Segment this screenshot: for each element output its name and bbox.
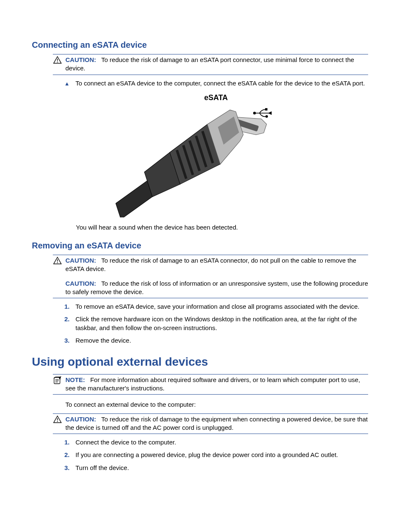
step-row: 3. Turn off the device.	[57, 464, 368, 472]
note-icon	[53, 376, 62, 385]
caution-body: To reduce the risk of damage to an eSATA…	[65, 257, 356, 272]
step-row: 2. Click the remove hardware icon on the…	[57, 315, 368, 332]
step-text: If you are connecting a powered device, …	[75, 451, 368, 459]
caution-second: CAUTION: To reduce the risk of loss of i…	[65, 279, 368, 297]
caution-text-1: CAUTION: To reduce the risk of damage to…	[65, 56, 368, 73]
svg-point-14	[57, 262, 58, 263]
svg-rect-4	[265, 108, 267, 110]
heading-connecting-esata: Connecting an eSATA device	[32, 39, 368, 51]
post-figure-text: You will hear a sound when the device ha…	[76, 223, 368, 232]
caution-block-2: CAUTION: To reduce the risk of damage to…	[53, 255, 368, 298]
step-text: Click the remove hardware icon on the Wi…	[75, 315, 368, 332]
step-row: 3. Remove the device.	[57, 336, 368, 345]
caution-body: To reduce the risk of damage to the equi…	[65, 416, 368, 431]
caution-body: To reduce the risk of damage to an eSATA…	[65, 56, 354, 72]
caution-icon	[53, 415, 62, 423]
heading-removing-esata: Removing an eSATA device	[32, 240, 368, 251]
step-row-triangle: ▲ To connect an eSATA device to the comp…	[57, 79, 368, 88]
note-body: For more information about required soft…	[65, 376, 360, 392]
caution-icon	[53, 56, 62, 64]
caution-label: CAUTION:	[65, 416, 96, 423]
figure-label-text: eSATA	[204, 93, 228, 102]
note-block: NOTE: For more information about require…	[53, 374, 368, 395]
intro-text: To connect an external device to the com…	[65, 400, 368, 409]
svg-point-2	[254, 112, 256, 114]
caution-block-3: CAUTION: To reduce the risk of damage to…	[53, 413, 368, 434]
caution-label: CAUTION:	[65, 257, 96, 264]
step-text: Remove the device.	[75, 336, 368, 345]
step-marker-2: 2.	[57, 315, 70, 332]
step-text-connect: To connect an eSATA device to the comput…	[75, 79, 368, 88]
step-marker-3: 3.	[57, 464, 70, 472]
heading-optional-external: Using optional external devices	[32, 354, 368, 370]
svg-point-1	[57, 62, 58, 62]
step-marker-1: 1.	[57, 302, 70, 311]
step-row: 1. To remove an eSATA device, save your …	[57, 302, 368, 311]
step-text: Turn off the device.	[75, 464, 368, 472]
note-label: NOTE:	[65, 376, 85, 383]
step-marker-2: 2.	[57, 451, 70, 459]
step-text: Connect the device to the computer.	[75, 438, 368, 447]
triangle-marker: ▲	[57, 79, 70, 88]
step-marker-1: 1.	[57, 438, 70, 447]
caution-label: CAUTION:	[65, 56, 96, 63]
caution-label: CAUTION:	[65, 280, 96, 287]
caution-block-1: CAUTION: To reduce the risk of damage to…	[53, 54, 368, 75]
svg-point-20	[57, 421, 58, 422]
step-row: 2. If you are connecting a powered devic…	[57, 451, 368, 459]
figure-esata: eSATA	[32, 92, 368, 217]
step-marker-3: 3.	[57, 336, 70, 345]
caution-icon	[53, 256, 62, 264]
step-text: To remove an eSATA device, save your inf…	[75, 302, 368, 311]
caution-body: To reduce the risk of loss of informatio…	[65, 280, 368, 295]
svg-point-5	[266, 116, 268, 117]
step-row: 1. Connect the device to the computer.	[57, 438, 368, 447]
